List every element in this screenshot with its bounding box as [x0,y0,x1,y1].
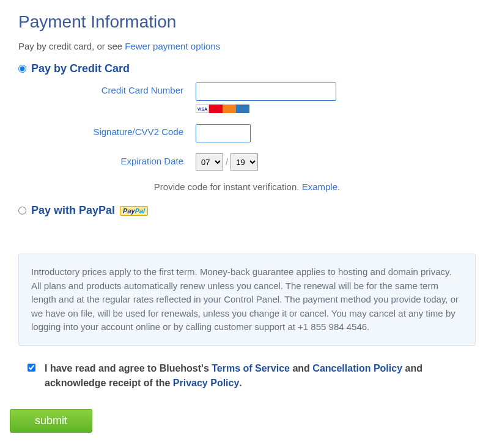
agree-text-2: and [290,363,312,373]
privacy-link[interactable]: Privacy Policy [173,378,240,388]
exp-year-select[interactable]: 19 [230,153,258,171]
agree-text-1: I have read and agree to Bluehost's [45,363,212,373]
expiration-label: Expiration Date [18,153,196,166]
page-title: Payment Information [18,12,476,32]
agree-checkbox[interactable] [28,364,35,372]
pay-credit-card-radio[interactable] [18,65,26,73]
agree-text-4: . [239,378,241,388]
paypal-section: Pay with PayPal PayPal [18,204,476,217]
credit-card-title: Pay by Credit Card [31,62,130,75]
paypal-icon: PayPal [120,206,148,216]
date-separator: / [226,156,228,167]
card-brand-icons: VISA [196,105,476,113]
cc-number-input[interactable] [196,83,336,101]
cancellation-link[interactable]: Cancellation Policy [312,363,402,373]
example-link[interactable]: Example [302,182,337,192]
cvv-input[interactable] [196,124,251,142]
pay-paypal-radio[interactable] [18,207,26,215]
visa-icon: VISA [196,105,209,113]
terms-info-box: Introductory prices apply to the first t… [18,254,476,346]
exp-month-select[interactable]: 07 [196,153,223,171]
verification-hint: Provide code for instant verification. E… [18,182,476,192]
paypal-title: Pay with PayPal [31,204,115,217]
tos-link[interactable]: Terms of Service [212,363,290,373]
cvv-label: Signature/CVV2 Code [18,124,196,137]
mastercard-icon [209,105,223,113]
amex-icon [236,105,249,113]
discover-icon [223,105,236,113]
submit-button[interactable]: submit [10,409,92,433]
cc-number-label: Credit Card Number [18,83,196,95]
subline-text: Pay by credit card, or see [18,41,125,51]
fewer-options-link[interactable]: Fewer payment options [125,41,220,51]
credit-card-section: Pay by Credit Card Credit Card Number VI… [18,62,476,192]
payment-subline: Pay by credit card, or see Fewer payment… [18,41,476,51]
agree-row: I have read and agree to Bluehost's Term… [28,361,476,391]
